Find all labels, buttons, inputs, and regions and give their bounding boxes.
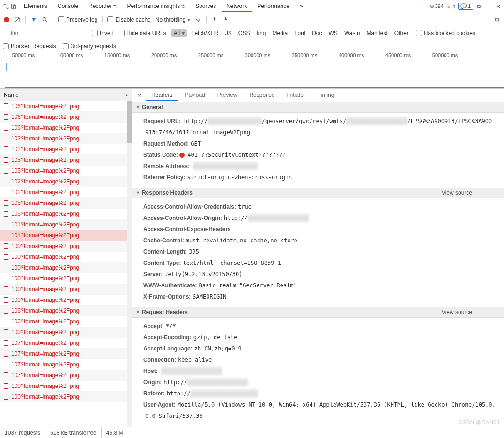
request-row[interactable]: 100?format=image%2Fpng: [0, 241, 132, 252]
request-row[interactable]: 105?format=image%2Fpng: [0, 209, 132, 219]
request-row[interactable]: 100?format=image%2Fpng: [0, 381, 132, 392]
tab-preview[interactable]: Preview: [212, 90, 243, 101]
request-row[interactable]: 100?format=image%2Fpng: [0, 284, 132, 295]
type-filter-img[interactable]: Img: [253, 29, 268, 37]
kebab-icon[interactable]: ⋮: [485, 2, 493, 11]
tabs-overflow[interactable]: »: [295, 1, 308, 12]
request-row[interactable]: 106?format=image%2Fpng: [0, 123, 132, 133]
tab-console[interactable]: Console: [53, 1, 83, 12]
request-row[interactable]: 100?format=image%2Fpng: [0, 263, 132, 273]
request-row[interactable]: 102?format=image%2Fpng: [0, 133, 132, 144]
request-name: 106?format=image%2Fpng: [11, 114, 79, 120]
wifi-icon[interactable]: [195, 16, 201, 23]
gear-icon[interactable]: [494, 16, 500, 23]
ac-allow-credentials: Access-Control-Allow-Credentials:true: [143, 201, 504, 212]
view-source-link[interactable]: View source: [442, 190, 472, 196]
tab-network[interactable]: Network: [222, 1, 252, 12]
type-filter-ws[interactable]: WS: [326, 29, 341, 37]
request-row[interactable]: 101?format=image%2Fpng: [0, 230, 132, 241]
request-row[interactable]: 105?format=image%2Fpng: [0, 198, 132, 209]
tab-recorder[interactable]: Recorder: [84, 1, 121, 12]
request-row[interactable]: 100?format=image%2Fpng: [0, 392, 132, 402]
type-filter-font[interactable]: Font: [291, 29, 308, 37]
request-row[interactable]: 100?format=image%2Fpng: [0, 252, 132, 263]
scrollbar-thumb[interactable]: [127, 101, 132, 143]
search-icon[interactable]: [42, 16, 48, 23]
type-filter-manifest[interactable]: Manifest: [363, 29, 390, 37]
throttling-select[interactable]: No throttling: [156, 16, 191, 23]
request-row[interactable]: 107?format=image%2Fpng: [0, 370, 132, 381]
tab-timing[interactable]: Timing: [312, 90, 340, 101]
request-row[interactable]: 100?format=image%2Fpng: [0, 295, 132, 306]
type-filter-media[interactable]: Media: [269, 29, 290, 37]
tab-elements[interactable]: Elements: [19, 1, 52, 12]
response-headers-header[interactable]: Response HeadersView source: [132, 188, 504, 198]
request-row[interactable]: 106?format=image%2Fpng: [0, 316, 132, 327]
filter-input[interactable]: [3, 28, 87, 38]
request-row[interactable]: 102?format=image%2Fpng: [0, 144, 132, 155]
filter-icon[interactable]: [30, 16, 37, 23]
request-row[interactable]: 101?format=image%2Fpng: [0, 219, 132, 230]
tab-initiator[interactable]: Initiator: [281, 90, 311, 101]
blocked-cookies-checkbox[interactable]: Has blocked cookies: [416, 30, 475, 36]
close-icon[interactable]: ✕: [496, 3, 501, 10]
scrollbar[interactable]: [127, 101, 132, 427]
tab-payload[interactable]: Payload: [179, 90, 210, 101]
document-icon: [4, 114, 8, 120]
request-row[interactable]: 105?format=image%2Fpng: [0, 155, 132, 166]
blocked-requests-checkbox[interactable]: Blocked Requests: [3, 43, 56, 50]
view-source-link[interactable]: View source: [442, 309, 472, 315]
message-count[interactable]: 1: [458, 3, 473, 10]
request-row[interactable]: 107?format=image%2Fpng: [0, 359, 132, 370]
request-headers-header[interactable]: Request HeadersView source: [132, 307, 504, 318]
request-row[interactable]: 105?format=image%2Fpng: [0, 166, 132, 176]
request-name: 105?format=image%2Fpng: [11, 200, 79, 206]
document-icon: [4, 362, 8, 367]
request-row[interactable]: 100?format=image%2Fpng: [0, 327, 132, 338]
request-row[interactable]: 102?format=image%2Fpng: [0, 176, 132, 187]
request-row[interactable]: 107?format=image%2Fpng: [0, 338, 132, 349]
request-row[interactable]: 106?format=image%2Fpng: [0, 101, 132, 112]
warning-count[interactable]: 4: [446, 4, 455, 9]
type-filter-all[interactable]: All: [171, 29, 187, 37]
tab-performance[interactable]: Performance: [252, 1, 294, 12]
clear-icon[interactable]: [14, 16, 21, 23]
document-icon: [4, 136, 8, 141]
preserve-log-checkbox[interactable]: Preserve log: [58, 16, 97, 23]
type-filter-js[interactable]: JS: [222, 29, 235, 37]
device-icon[interactable]: [10, 3, 17, 10]
request-row[interactable]: 100?format=image%2Fpng: [0, 273, 132, 284]
disable-cache-checkbox[interactable]: Disable cache: [107, 16, 150, 23]
download-icon[interactable]: [222, 16, 229, 23]
connection-header: Connection:keep-alive: [143, 354, 504, 365]
request-name: 100?format=image%2Fpng: [11, 329, 79, 336]
request-row[interactable]: 106?format=image%2Fpng: [0, 112, 132, 123]
document-icon: [4, 179, 8, 184]
tab-headers[interactable]: Headers: [146, 90, 178, 101]
third-party-checkbox[interactable]: 3rd-party requests: [63, 43, 116, 50]
type-filter-fetch/xhr[interactable]: Fetch/XHR: [188, 29, 222, 37]
error-count[interactable]: 394: [430, 3, 444, 9]
tab-perf-insights[interactable]: Performance insights: [122, 1, 190, 12]
general-section-header[interactable]: General: [132, 102, 504, 113]
request-row[interactable]: 102?format=image%2Fpng: [0, 187, 132, 198]
type-filter-wasm[interactable]: Wasm: [341, 29, 363, 37]
request-row[interactable]: 107?format=image%2Fpng: [0, 349, 132, 359]
type-filter-other[interactable]: Other: [392, 29, 411, 37]
inspect-icon[interactable]: [3, 3, 9, 10]
type-filter-css[interactable]: CSS: [236, 29, 253, 37]
tab-response[interactable]: Response: [244, 90, 280, 101]
overview-timeline[interactable]: 50000 ms100000 ms150000 ms200000 ms25000…: [0, 52, 504, 89]
gear-icon[interactable]: [476, 3, 482, 10]
invert-checkbox[interactable]: Invert: [92, 30, 114, 36]
request-row[interactable]: 106?format=image%2Fpng: [0, 306, 132, 316]
ac-expose-headers: Access-Control-Expose-Headers: [143, 224, 504, 235]
close-detail-icon[interactable]: ×: [134, 92, 145, 99]
type-filter-doc[interactable]: Doc: [309, 29, 325, 37]
name-column-header[interactable]: Name: [0, 89, 132, 101]
upload-icon[interactable]: [211, 16, 218, 23]
hide-data-urls-checkbox[interactable]: Hide data URLs: [119, 30, 166, 36]
tab-sources[interactable]: Sources: [191, 1, 221, 12]
accept-header: Accept:*/*: [143, 321, 504, 332]
record-button[interactable]: [4, 17, 9, 22]
